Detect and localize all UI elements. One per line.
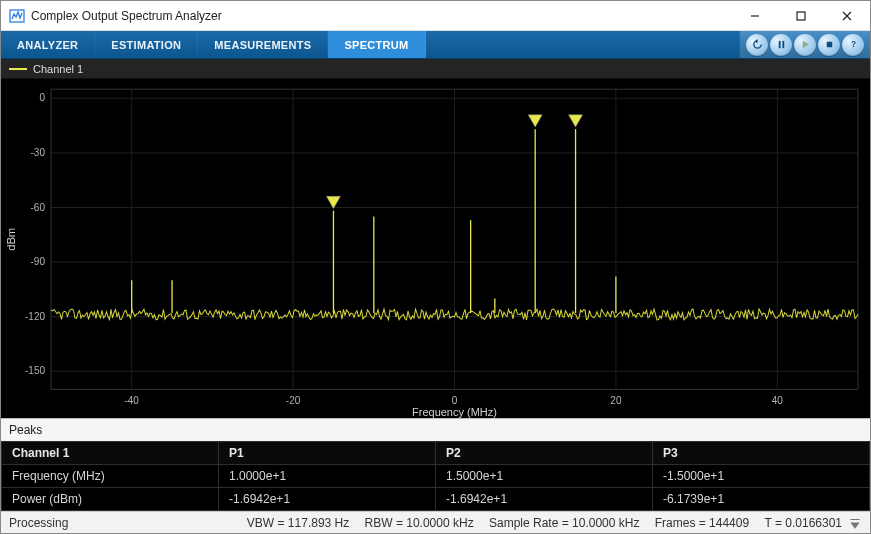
table-row: Power (dBm) -1.6942e+1 -1.6942e+1 -6.173… — [2, 488, 870, 511]
peaks-panel: Peaks Channel 1 P1 P2 P3 Frequency (MHz)… — [1, 418, 870, 511]
help-button[interactable]: ? — [842, 34, 864, 56]
svg-text:0: 0 — [452, 395, 458, 406]
svg-text:-30: -30 — [31, 147, 46, 158]
table-row: Frequency (MHz) 1.0000e+1 1.5000e+1 -1.5… — [2, 465, 870, 488]
cell-freq-p3: -1.5000e+1 — [653, 465, 870, 488]
cell-freq-p2: 1.5000e+1 — [436, 465, 653, 488]
svg-text:-40: -40 — [124, 395, 139, 406]
peaks-col-p1: P1 — [219, 442, 436, 465]
svg-rect-4 — [826, 42, 832, 48]
status-dropdown-icon[interactable] — [848, 516, 862, 530]
statusbar: Processing VBW = 117.893 Hz RBW = 10.000… — [1, 511, 870, 533]
svg-text:dBm: dBm — [5, 228, 17, 251]
tab-measurements[interactable]: MEASUREMENTS — [198, 31, 328, 58]
status-sample-rate: Sample Rate = 10.0000 kHz — [489, 516, 639, 530]
tab-estimation[interactable]: ESTIMATION — [95, 31, 198, 58]
svg-text:-60: -60 — [31, 201, 46, 212]
minimize-button[interactable] — [732, 1, 778, 31]
play-button[interactable] — [794, 34, 816, 56]
svg-text:?: ? — [850, 40, 855, 49]
svg-text:20: 20 — [610, 395, 621, 406]
cell-freq-p1: 1.0000e+1 — [219, 465, 436, 488]
toolstrip: ANALYZER ESTIMATION MEASUREMENTS SPECTRU… — [1, 31, 870, 59]
svg-text:0: 0 — [39, 92, 45, 103]
status-t: T = 0.0166301 — [764, 516, 842, 530]
pause-button[interactable] — [770, 34, 792, 56]
legend: Channel 1 — [1, 59, 870, 79]
peaks-col-channel: Channel 1 — [2, 442, 219, 465]
status-frames: Frames = 144409 — [655, 516, 749, 530]
cell-pow-p3: -6.1739e+1 — [653, 488, 870, 511]
svg-rect-3 — [782, 41, 784, 48]
close-button[interactable] — [824, 1, 870, 31]
svg-text:40: 40 — [772, 395, 783, 406]
playback-controls: ? — [739, 31, 870, 58]
svg-text:Frequency (MHz): Frequency (MHz) — [412, 406, 497, 418]
window-controls — [732, 1, 870, 31]
status-vbw: VBW = 117.893 Hz — [247, 516, 349, 530]
peaks-col-p3: P3 — [653, 442, 870, 465]
window-title: Complex Output Spectrum Analyzer — [31, 9, 732, 23]
svg-text:-90: -90 — [31, 256, 46, 267]
rewind-button[interactable] — [746, 34, 768, 56]
cell-pow-p2: -1.6942e+1 — [436, 488, 653, 511]
svg-rect-2 — [778, 41, 780, 48]
row-label-pow: Power (dBm) — [2, 488, 219, 511]
maximize-button[interactable] — [778, 1, 824, 31]
spectrum-plot[interactable]: 0-30-60-90-120-150-40-2002040Frequency (… — [1, 79, 870, 418]
app-icon — [9, 8, 25, 24]
peaks-table: Channel 1 P1 P2 P3 Frequency (MHz) 1.000… — [1, 441, 870, 511]
svg-text:-150: -150 — [25, 365, 45, 376]
legend-label-channel1: Channel 1 — [33, 63, 83, 75]
peaks-col-p2: P2 — [436, 442, 653, 465]
tab-analyzer[interactable]: ANALYZER — [1, 31, 95, 58]
svg-text:-120: -120 — [25, 311, 45, 322]
tab-spectrum[interactable]: SPECTRUM — [328, 31, 425, 58]
row-label-freq: Frequency (MHz) — [2, 465, 219, 488]
status-left: Processing — [9, 516, 68, 530]
titlebar: Complex Output Spectrum Analyzer — [1, 1, 870, 31]
status-rbw: RBW = 10.0000 kHz — [365, 516, 474, 530]
stop-button[interactable] — [818, 34, 840, 56]
svg-text:-20: -20 — [286, 395, 301, 406]
svg-rect-1 — [797, 12, 805, 20]
legend-swatch-channel1 — [9, 68, 27, 70]
cell-pow-p1: -1.6942e+1 — [219, 488, 436, 511]
peaks-title: Peaks — [1, 419, 870, 441]
